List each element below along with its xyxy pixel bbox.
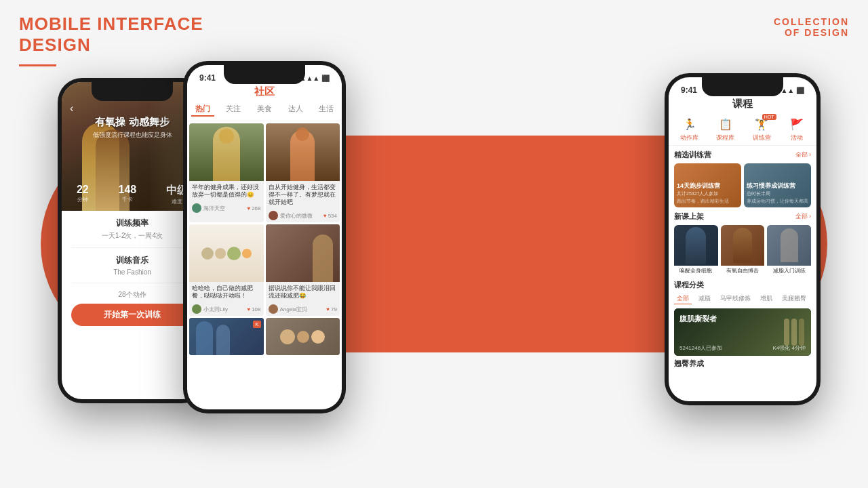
feed-card-3[interactable]: 哈哈哈，自己做的减肥餐，哒哒哒开动啦！ 小太同Lily ♥ 108 — [189, 224, 264, 316]
training-card-1[interactable]: 14天跑步训练营 共计25327人人参加 跑出节奏，跑出精彩生活 — [674, 163, 741, 207]
feed-card-2[interactable]: 自从开始健身，生活都变得不一样了。有梦想就在就开始吧 爱你心的微微 ♥ 534 — [266, 123, 340, 222]
header-right: COLLECTION OF DESIGN — [774, 16, 849, 38]
tc2-title: 练习惯养成训练营 — [747, 182, 808, 190]
featured-bottom: 5241246人已参加 K4强化 4分钟 — [679, 344, 806, 352]
feed-img-1 — [189, 123, 264, 181]
like-count-4: 79 — [331, 306, 337, 312]
tab-food[interactable]: 美食 — [253, 102, 276, 117]
feed-img-3 — [189, 224, 264, 282]
feed-img-2 — [266, 123, 340, 181]
stat-duration-unit: 分钟 — [77, 196, 89, 203]
nc-card-3[interactable]: 减脂入门训练 — [767, 225, 811, 276]
feed-like-4[interactable]: ♥ 79 — [326, 306, 337, 312]
new-courses-all[interactable]: 全部 › — [795, 212, 812, 221]
feed-name-1: 海洋天空 — [203, 205, 245, 212]
feed-name-4: Angela宝贝 — [280, 306, 325, 313]
phone3-screen: 9:41 ▲▲▲ ⬛ 课程 🏃 动作库 📋 课程库 🏋 HOT — [669, 77, 816, 401]
like-count-3: 108 — [252, 306, 260, 312]
categories-header: 课程分类 — [674, 280, 811, 290]
courses-title: 课程 — [669, 98, 816, 110]
feed-row-3: K — [187, 318, 342, 355]
feed-card-5[interactable]: K — [189, 318, 264, 355]
feed-meta-2: 爱你心的微微 ♥ 534 — [266, 209, 340, 222]
nav-activity[interactable]: 🚩 活动 — [789, 116, 805, 142]
featured-text: 腹肌撕裂者 — [679, 314, 717, 324]
feed-text-1: 半年的健身成果，还好没放弃一切都是值得的😊 — [189, 181, 264, 201]
like-count-2: 534 — [328, 213, 337, 219]
phone2-tabs[interactable]: 热门 关注 美食 达人 生活 — [187, 98, 342, 121]
nc-img-2 — [721, 225, 765, 266]
training-music-val: The Fashion — [71, 268, 193, 276]
actions-icon: 🏃 — [682, 116, 698, 132]
phone3-time: 9:41 — [681, 85, 697, 95]
nav-courses[interactable]: 📋 课程库 — [716, 116, 734, 142]
training-card-2[interactable]: 练习惯养成训练营 总时长半周 养成运动习惯，让你每天都高 — [744, 163, 811, 207]
training-music-section: 训练音乐 The Fashion — [71, 255, 193, 283]
tc1-sub: 共计25327人人参加 — [677, 190, 738, 197]
title-line1: MOBILE INTERFACE — [19, 14, 203, 35]
feed-card-1[interactable]: 半年的健身成果，还好没放弃一切都是值得的😊 海洋天空 ♥ 268 — [189, 123, 264, 222]
back-button[interactable]: ‹ — [70, 102, 73, 115]
tab-hot[interactable]: 热门 — [191, 102, 214, 117]
phone3-device: 9:41 ▲▲▲ ⬛ 课程 🏃 动作库 📋 课程库 🏋 HOT — [665, 73, 821, 405]
tab-expert[interactable]: 达人 — [284, 102, 307, 117]
feed-like-1[interactable]: ♥ 268 — [247, 205, 260, 211]
nav-label-camp: 训练营 — [753, 134, 771, 142]
stat-calories: 148 千卡 — [119, 184, 137, 205]
nav-label-activity: 活动 — [791, 134, 803, 142]
training-camp-title: 精选训练营 — [674, 150, 711, 160]
start-training-button[interactable]: 开始第一次训练 — [71, 304, 193, 326]
training-camp-all[interactable]: 全部 › — [795, 150, 812, 159]
feed-card-6[interactable] — [266, 318, 340, 355]
feed-name-2: 爱你心的微微 — [280, 212, 321, 220]
nav-actions[interactable]: 🏃 动作库 — [680, 116, 698, 142]
next-section-title: 翘臀养成 — [674, 359, 811, 369]
feed-row-2: 哈哈哈，自己做的减肥餐，哒哒哒开动啦！ 小太同Lily ♥ 108 — [187, 224, 342, 316]
nav-label-actions: 动作库 — [680, 134, 698, 142]
nc-card-2[interactable]: 有氧自由搏击 — [721, 225, 765, 276]
category-tags[interactable]: 全部 减脂 马甲线修炼 增肌 美腿翘臀 — [674, 293, 811, 304]
feed-card-4[interactable]: 据说说你不能让我眼泪回流还能减肥😂 Angela宝贝 ♥ 79 — [266, 224, 340, 316]
phone2-screen: 9:41 ▲▲▲ ⬛ 社区 热门 关注 美食 达人 生活 — [187, 65, 342, 409]
cat-all[interactable]: 全部 — [674, 293, 692, 304]
stat-duration: 22 分钟 — [77, 184, 89, 205]
phone3-nav[interactable]: 🏃 动作库 📋 课程库 🏋 HOT 训练营 🚩 活动 — [669, 110, 816, 146]
phone1-body: 训练频率 一天1-2次，一周4次 训练音乐 The Fashion 28个动作 … — [62, 211, 203, 337]
like-icon-2: ♥ — [323, 213, 327, 219]
cat-muscle[interactable]: 增肌 — [757, 293, 775, 304]
like-icon-4: ♥ — [326, 306, 330, 312]
phone3-notch — [702, 77, 783, 96]
nav-camp[interactable]: 🏋 HOT 训练营 — [753, 116, 771, 142]
nc-card-1[interactable]: 唤醒全身细胞 — [674, 225, 718, 276]
feed-like-2[interactable]: ♥ 534 — [323, 213, 337, 219]
hot-badge: HOT — [762, 114, 776, 120]
feed-meta-1: 海洋天空 ♥ 268 — [189, 201, 264, 215]
nc-label-2: 有氧自由搏击 — [721, 266, 765, 276]
feed-row-1: 半年的健身成果，还好没放弃一切都是值得的😊 海洋天空 ♥ 268 — [187, 121, 342, 222]
feed-avatar-3 — [192, 304, 201, 314]
featured-course[interactable]: 腹肌撕裂者 5241246人已参加 K4强化 4分钟 — [674, 308, 811, 356]
nav-label-courses: 课程库 — [716, 134, 734, 142]
training-frequency-val: 一天1-2次，一周4次 — [71, 231, 193, 241]
featured-badge: K4强化 4分钟 — [773, 344, 806, 352]
cat-waist[interactable]: 马甲线修炼 — [717, 293, 753, 304]
cat-fat[interactable]: 减脂 — [696, 293, 713, 304]
tab-life[interactable]: 生活 — [315, 102, 338, 117]
featured-count: 5241246人已参加 — [679, 344, 722, 352]
featured-title: 腹肌撕裂者 — [679, 314, 717, 324]
phone2-device: 9:41 ▲▲▲ ⬛ 社区 热门 关注 美食 达人 生活 — [183, 61, 346, 413]
feed-like-3[interactable]: ♥ 108 — [247, 306, 260, 312]
like-count-1: 268 — [252, 205, 260, 211]
tab-follow[interactable]: 关注 — [222, 102, 245, 117]
cat-legs[interactable]: 美腿翘臀 — [779, 293, 809, 304]
feed-meta-4: Angela宝贝 ♥ 79 — [266, 302, 340, 316]
activity-icon: 🚩 — [789, 116, 805, 132]
tc1-desc: 跑出节奏，跑出精彩生活 — [677, 198, 738, 205]
feed-text-2: 自从开始健身，生活都变得不一样了。有梦想就在就开始吧 — [266, 181, 340, 209]
header-title: MOBILE INTERFACE DESIGN — [19, 14, 203, 56]
feed-img-6 — [266, 318, 340, 355]
actions-count: 28个动作 — [71, 290, 193, 300]
new-courses-header: 新课上架 全部 › — [674, 211, 811, 222]
training-music-title: 训练音乐 — [71, 255, 193, 266]
tc1-text: 14天跑步训练营 共计25327人人参加 跑出节奏，跑出精彩生活 — [677, 182, 738, 205]
